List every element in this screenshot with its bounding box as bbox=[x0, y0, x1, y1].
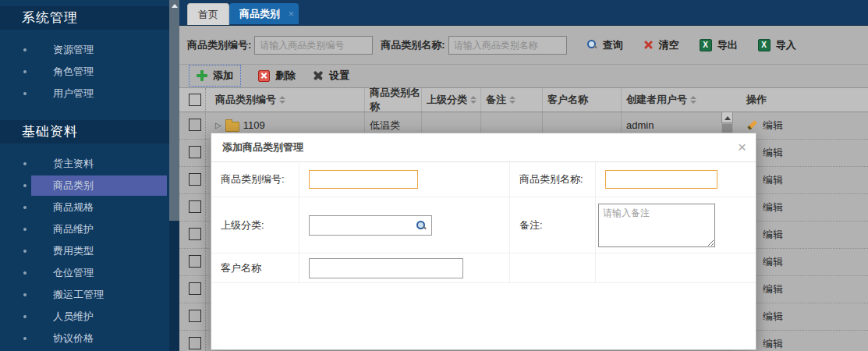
row-checkbox[interactable] bbox=[189, 200, 201, 213]
sort-icon[interactable] bbox=[509, 96, 515, 104]
bullet-icon bbox=[23, 48, 27, 51]
dialog-remark-textarea[interactable] bbox=[598, 204, 715, 247]
row-checkbox[interactable] bbox=[189, 310, 201, 322]
sidebar-item-resource-mgmt[interactable]: 资源管理 bbox=[0, 39, 179, 61]
add-button[interactable]: 添加 bbox=[189, 65, 241, 87]
settings-button[interactable]: 设置 bbox=[313, 69, 349, 83]
column-header-customer[interactable]: 客户名称 bbox=[542, 88, 621, 112]
sidebar-item-agreement-price[interactable]: 协议价格 bbox=[0, 328, 179, 349]
dialog-name-label: 商品类别名称: bbox=[510, 162, 596, 197]
dialog-remark-label: 备注: bbox=[510, 197, 596, 254]
sidebar-item-product-maintain[interactable]: 商品维护 bbox=[0, 218, 179, 240]
sidebar-scrollbar[interactable] bbox=[169, 0, 179, 351]
category-name-input[interactable] bbox=[448, 36, 567, 55]
column-header-code[interactable]: 商品类别编号 bbox=[211, 88, 364, 112]
import-button[interactable]: X 导入 bbox=[758, 38, 796, 52]
search-icon bbox=[587, 40, 597, 50]
bullet-icon bbox=[23, 271, 27, 275]
sort-icon[interactable] bbox=[279, 96, 285, 104]
delete-icon bbox=[258, 70, 270, 82]
sidebar-section-system: 系统管理 bbox=[0, 6, 179, 30]
sidebar-item-product-category[interactable]: 商品类别 bbox=[0, 175, 179, 197]
dialog-header[interactable]: 添加商品类别管理 × bbox=[211, 133, 756, 162]
excel-icon: X bbox=[758, 39, 771, 51]
column-header-remark[interactable]: 备注 bbox=[480, 88, 542, 112]
add-category-dialog: 添加商品类别管理 × 商品类别编号: 商品类别名称: 上级分类: bbox=[211, 133, 756, 350]
scroll-up-icon bbox=[172, 4, 178, 8]
tab-close-icon[interactable]: × bbox=[288, 3, 294, 24]
dialog-code-input[interactable] bbox=[309, 170, 418, 189]
sidebar-item-owner-data[interactable]: 货主资料 bbox=[0, 153, 179, 175]
sidebar-item-role-mgmt[interactable]: 角色管理 bbox=[0, 61, 179, 83]
excel-icon: X bbox=[700, 39, 712, 51]
clear-button[interactable]: 清空 bbox=[643, 38, 679, 52]
tab-bar: 首页 商品类别 × bbox=[179, 0, 868, 26]
main-area: 首页 商品类别 × 商品类别编号: 商品类别名称: 查询 清空 X 导出 X bbox=[179, 0, 868, 351]
sort-icon[interactable] bbox=[470, 96, 477, 104]
edit-link[interactable]: 编辑 bbox=[746, 119, 783, 133]
delete-button[interactable]: 删除 bbox=[258, 69, 296, 83]
bullet-icon bbox=[23, 70, 27, 73]
dialog-parent-input[interactable] bbox=[309, 215, 432, 236]
sidebar-scrollbar-thumb[interactable] bbox=[169, 0, 179, 221]
row-checkbox[interactable] bbox=[189, 119, 201, 131]
sidebar-item-product-spec[interactable]: 商品规格 bbox=[0, 197, 179, 218]
search-toolbar: 商品类别编号: 商品类别名称: 查询 清空 X 导出 X 导入 bbox=[179, 26, 868, 65]
sort-icon[interactable] bbox=[690, 96, 696, 104]
dialog-parent-label: 上级分类: bbox=[211, 197, 299, 254]
scroll-up-button[interactable] bbox=[721, 112, 733, 123]
row-checkbox[interactable] bbox=[189, 282, 201, 295]
folder-icon bbox=[225, 122, 239, 132]
close-icon[interactable]: × bbox=[738, 133, 746, 161]
table-header: 商品类别编号 商品类别名称 上级分类 备注 客户名称 创建者用户号 操作 bbox=[179, 87, 868, 112]
dialog-customer-input[interactable] bbox=[309, 258, 463, 278]
bullet-icon bbox=[23, 162, 27, 165]
tab-home[interactable]: 首页 bbox=[187, 3, 229, 25]
category-name-label: 商品类别名称: bbox=[381, 38, 445, 52]
dialog-name-input[interactable] bbox=[605, 170, 717, 189]
bullet-icon bbox=[23, 206, 27, 209]
sidebar-item-personnel-maintain[interactable]: 人员维护 bbox=[0, 306, 179, 328]
column-header-name[interactable]: 商品类别名称 bbox=[364, 88, 421, 112]
bullet-icon bbox=[23, 184, 27, 187]
row-checkbox[interactable] bbox=[189, 173, 201, 186]
row-code: 1109 bbox=[243, 119, 265, 131]
tools-icon bbox=[313, 70, 324, 81]
bullet-icon bbox=[23, 293, 27, 296]
column-header-action: 操作 bbox=[742, 88, 835, 112]
sidebar-item-porter-mgmt[interactable]: 搬运工管理 bbox=[0, 284, 179, 306]
pencil-icon bbox=[746, 119, 758, 131]
dialog-code-label: 商品类别编号: bbox=[211, 162, 299, 197]
row-checkbox[interactable] bbox=[189, 228, 201, 240]
select-all-checkbox[interactable] bbox=[189, 94, 201, 106]
sidebar-item-warehouse-mgmt[interactable]: 仓位管理 bbox=[0, 262, 179, 284]
row-checkbox[interactable] bbox=[189, 255, 201, 268]
tab-product-category[interactable]: 商品类别 × bbox=[229, 3, 299, 24]
plus-icon bbox=[197, 70, 207, 81]
column-header-creator[interactable]: 创建者用户号 bbox=[621, 88, 721, 112]
category-code-input[interactable] bbox=[254, 36, 373, 55]
row-checkbox[interactable] bbox=[189, 146, 201, 158]
red-x-icon bbox=[643, 40, 654, 50]
query-button[interactable]: 查询 bbox=[587, 38, 623, 52]
app-window: 系统管理 资源管理 角色管理 用户管理 基础资料 货主资料 商品类别 商品规格 … bbox=[0, 0, 868, 351]
search-icon[interactable] bbox=[416, 221, 427, 231]
row-checkbox[interactable] bbox=[189, 337, 201, 349]
dialog-parent-text[interactable] bbox=[310, 216, 419, 235]
dialog-customer-label: 客户名称 bbox=[211, 254, 299, 283]
sidebar-item-fee-type[interactable]: 费用类型 bbox=[0, 240, 179, 262]
bullet-icon bbox=[23, 337, 27, 340]
bullet-icon bbox=[23, 228, 27, 231]
category-code-label: 商品类别编号: bbox=[187, 38, 251, 52]
grid-toolbar: 添加 删除 设置 bbox=[179, 64, 868, 88]
sidebar-section-basic-data: 基础资料 bbox=[0, 120, 179, 144]
bullet-icon bbox=[23, 315, 27, 318]
sidebar: 系统管理 资源管理 角色管理 用户管理 基础资料 货主资料 商品类别 商品规格 … bbox=[0, 0, 179, 351]
bullet-icon bbox=[23, 92, 27, 95]
sidebar-item-user-mgmt[interactable]: 用户管理 bbox=[0, 83, 179, 105]
export-button[interactable]: X 导出 bbox=[700, 38, 738, 52]
dialog-title: 添加商品类别管理 bbox=[222, 133, 303, 161]
column-header-parent[interactable]: 上级分类 bbox=[421, 88, 480, 112]
expand-arrow-icon[interactable]: ▷ bbox=[215, 122, 221, 129]
bullet-icon bbox=[23, 250, 27, 253]
